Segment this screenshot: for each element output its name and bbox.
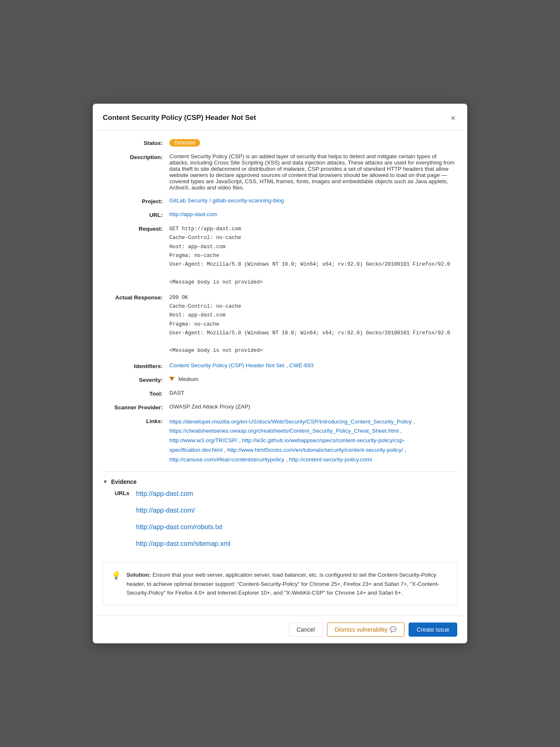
- evidence-section: ▼ Evidence URLs http://app-dast.comhttp:…: [103, 478, 457, 556]
- evidence-title: Evidence: [111, 478, 136, 485]
- url-value: http://app-dast.com: [169, 211, 457, 217]
- tool-row: Tool: DAST: [103, 390, 457, 397]
- severity-label: Severity:: [103, 376, 169, 383]
- project-value: GitLab Security / gitlab-security-scanni…: [169, 197, 457, 204]
- response-code: 200 OK Cache-Control: no-cache Host: app…: [169, 294, 457, 356]
- severity-row: Severity: Medium: [103, 376, 457, 383]
- evidence-url-2[interactable]: http://app-dast.com/robots.txt: [136, 523, 230, 531]
- solution-box: 💡 Solution:Ensure that your web server, …: [103, 563, 457, 605]
- urls-list: http://app-dast.comhttp://app-dast.com/h…: [136, 490, 230, 556]
- chevron-icon: ▼: [103, 479, 108, 485]
- external-link-2[interactable]: http://www.w3.org/TR/CSP/: [169, 437, 238, 443]
- tool-value: DAST: [169, 390, 457, 396]
- identifier1-link[interactable]: Content Security Policy (CSP) Header Not…: [169, 362, 285, 369]
- url-link[interactable]: http://app-dast.com: [169, 211, 218, 217]
- url-label: URL:: [103, 211, 169, 218]
- solution-text: Ensure that your web server, application…: [126, 572, 439, 596]
- evidence-url-1[interactable]: http://app-dast.com/: [136, 507, 230, 514]
- project-link[interactable]: GitLab Security / gitlab-security-scanni…: [169, 197, 284, 204]
- identifier2-link[interactable]: CWE-693: [289, 362, 314, 369]
- response-row: Actual Response: 200 OK Cache-Control: n…: [103, 294, 457, 356]
- urls-label: URLs: [103, 490, 136, 556]
- solution-content: Solution:Ensure that your web server, ap…: [126, 570, 448, 598]
- status-row: Status: Detected: [103, 139, 457, 147]
- links-label: Links:: [103, 417, 169, 424]
- section-divider: [103, 471, 457, 472]
- scanner-label: Scanner Provider:: [103, 403, 169, 411]
- url-row: URL: http://app-dast.com: [103, 211, 457, 218]
- description-label: Description:: [103, 153, 169, 160]
- urls-section: URLs http://app-dast.comhttp://app-dast.…: [103, 490, 457, 556]
- external-link-1[interactable]: https://cheatsheetseries.owasp.org/cheat…: [169, 428, 399, 434]
- identifiers-row: Identifiers: Content Security Policy (CS…: [103, 362, 457, 369]
- comment-icon: 💬: [390, 626, 396, 632]
- status-badge: Detected: [169, 139, 200, 147]
- evidence-url-0[interactable]: http://app-dast.com: [136, 490, 230, 498]
- request-code: GET http://app-dast.com Cache-Control: n…: [169, 225, 457, 287]
- create-issue-button[interactable]: Create issue: [409, 622, 457, 637]
- external-link-4[interactable]: http://www.html5rocks.com/en/tutorials/s…: [227, 447, 403, 453]
- status-label: Status:: [103, 139, 169, 146]
- severity-icon: [169, 377, 174, 381]
- cancel-button[interactable]: Cancel: [289, 622, 323, 637]
- project-row: Project: GitLab Security / gitlab-securi…: [103, 197, 457, 204]
- links-row: Links: https://developer.mozilla.org/en-…: [103, 417, 457, 465]
- status-value: Detected: [169, 139, 457, 147]
- severity-text: Medium: [178, 376, 198, 382]
- external-link-5[interactable]: http://caniuse.com/#feat=contentsecurity…: [169, 456, 285, 463]
- description-row: Description: Content Security Policy (CS…: [103, 153, 457, 191]
- modal-footer: Cancel Dismiss vulnerability 💬 Create is…: [93, 615, 467, 643]
- request-label: Request:: [103, 225, 169, 232]
- modal-body: Status: Detected Description: Content Se…: [93, 131, 467, 615]
- vulnerability-modal: Content Security Policy (CSP) Header Not…: [93, 104, 467, 643]
- request-row: Request: GET http://app-dast.com Cache-C…: [103, 225, 457, 287]
- scanner-row: Scanner Provider: OWASP Zed Attack Proxy…: [103, 403, 457, 411]
- dismiss-label: Dismiss vulnerability: [335, 626, 388, 633]
- description-value: Content Security Policy (CSP) is an adde…: [169, 153, 457, 191]
- tool-label: Tool:: [103, 390, 169, 397]
- bulb-icon: 💡: [112, 571, 121, 580]
- external-link-6[interactable]: http://content-security-policy.com/: [289, 456, 372, 463]
- dismiss-button[interactable]: Dismiss vulnerability 💬: [327, 622, 405, 637]
- links-value: https://developer.mozilla.org/en-US/docs…: [169, 417, 457, 465]
- identifiers-label: Identifiers:: [103, 362, 169, 369]
- evidence-url-3[interactable]: http://app-dast.com/sitemap.xml: [136, 540, 230, 548]
- response-label: Actual Response:: [103, 294, 169, 301]
- close-button[interactable]: ×: [449, 112, 457, 124]
- request-value: GET http://app-dast.com Cache-Control: n…: [169, 225, 457, 287]
- evidence-header[interactable]: ▼ Evidence: [103, 478, 457, 485]
- response-value: 200 OK Cache-Control: no-cache Host: app…: [169, 294, 457, 356]
- modal-title: Content Security Policy (CSP) Header Not…: [103, 114, 256, 122]
- identifiers-value: Content Security Policy (CSP) Header Not…: [169, 362, 457, 369]
- scanner-value: OWASP Zed Attack Proxy (ZAP): [169, 403, 457, 410]
- modal-header: Content Security Policy (CSP) Header Not…: [93, 104, 467, 131]
- severity-value: Medium: [169, 376, 457, 382]
- solution-label: Solution:: [126, 572, 151, 578]
- external-link-0[interactable]: https://developer.mozilla.org/en-US/docs…: [169, 418, 412, 425]
- project-label: Project:: [103, 197, 169, 204]
